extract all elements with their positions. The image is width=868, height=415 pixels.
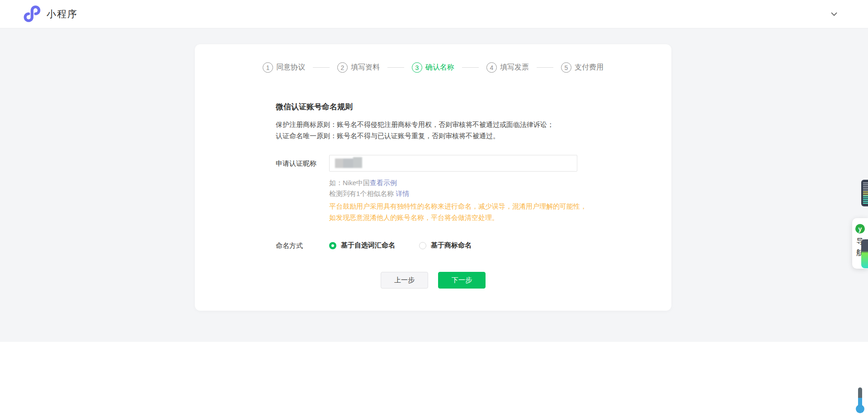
step-label: 支付费用 <box>575 63 604 72</box>
naming-method-options: 基于自选词汇命名 基于商标命名 <box>329 241 472 250</box>
similar-name-line: 检测到有1个相似名称 详情 <box>329 188 671 199</box>
nickname-row: 申请认证昵称 <box>276 155 671 172</box>
step-fill-invoice: 4 填写发票 <box>486 62 529 73</box>
step-number: 2 <box>337 62 348 73</box>
nickname-label: 申请认证昵称 <box>276 155 329 172</box>
step-separator <box>462 67 479 68</box>
similar-name-text: 检测到有1个相似名称 <box>329 190 396 197</box>
previous-step-button[interactable]: 上一步 <box>381 272 428 289</box>
step-number: 1 <box>263 62 273 73</box>
nav-widget-logo-icon: y <box>855 224 865 233</box>
step-label: 填写资料 <box>351 63 380 72</box>
view-example-link[interactable]: 查看示例 <box>370 179 397 187</box>
radio-trademark[interactable]: 基于商标命名 <box>419 241 472 250</box>
step-label: 确认名称 <box>425 63 454 72</box>
next-step-button[interactable]: 下一步 <box>438 272 486 289</box>
example-line: 如：Nike中国查看示例 <box>329 177 671 188</box>
chevron-down-icon[interactable] <box>830 11 838 17</box>
step-number: 3 <box>412 62 422 73</box>
naming-rules-section: 微信认证账号命名规则 保护注册商标原则：账号名不得侵犯注册商标专用权，否则审核将… <box>276 102 671 141</box>
redacted-nickname-value <box>335 159 362 168</box>
thermometer-fill <box>858 398 862 406</box>
naming-rule-line-2: 认证命名唯一原则：账号名不得与已认证账号重复，否则审核将不被通过。 <box>276 130 671 141</box>
top-header: 小程序 <box>0 0 868 28</box>
radio-selected-icon[interactable] <box>329 242 336 249</box>
radio-unselected-icon[interactable] <box>419 242 426 249</box>
radio-custom-words[interactable]: 基于自选词汇命名 <box>329 241 395 250</box>
step-separator <box>537 67 553 68</box>
wizard-buttons: 上一步 下一步 <box>195 272 671 289</box>
step-number: 4 <box>486 62 497 73</box>
naming-rule-line-1: 保护注册商标原则：账号名不得侵犯注册商标专用权，否则审核将不被通过或面临法律诉讼… <box>276 119 671 130</box>
minimap-yellow-stripes <box>863 191 868 196</box>
minimap-teal-stripes <box>863 196 868 204</box>
naming-rules-title: 微信认证账号命名规则 <box>276 102 671 112</box>
warning-line-2: 如发现恶意混淆他人的账号名称，平台将会做清空处理。 <box>329 212 671 223</box>
step-separator <box>387 67 404 68</box>
naming-method-label: 命名方式 <box>276 242 329 250</box>
thermometer-stem <box>858 387 862 406</box>
step-label: 填写发票 <box>500 63 529 72</box>
nickname-help-section: 如：Nike中国查看示例 检测到有1个相似名称 详情 平台鼓励用户采用具有独特性… <box>329 177 671 223</box>
step-number: 5 <box>561 62 571 73</box>
naming-method-row: 命名方式 基于自选词汇命名 基于商标命名 <box>276 241 671 250</box>
details-link[interactable]: 详情 <box>396 190 410 197</box>
thermometer-scroll-widget[interactable] <box>855 387 864 413</box>
minimap-grey-stripes <box>863 182 868 191</box>
warning-line-1: 平台鼓励用户采用具有独特性的名称来进行命名，减少误导，混淆用户理解的可能性， <box>329 201 671 212</box>
step-confirm-name-active: 3 确认名称 <box>412 62 454 73</box>
step-label: 同意协议 <box>276 63 305 72</box>
progress-stepper: 1 同意协议 2 填写资料 3 确认名称 4 填写发票 5 支付费用 <box>195 62 671 73</box>
example-prefix: 如：Nike中国 <box>329 179 370 187</box>
step-pay-fee: 5 支付费用 <box>561 62 604 73</box>
page-minimap-widget[interactable] <box>861 180 868 206</box>
certification-card: 1 同意协议 2 填写资料 3 确认名称 4 填写发票 5 支付费用 微信认证账… <box>195 44 671 311</box>
radio-label: 基于自选词汇命名 <box>341 241 395 250</box>
nickname-input[interactable] <box>329 155 577 172</box>
radio-label: 基于商标命名 <box>431 241 472 250</box>
step-agree-protocol: 1 同意协议 <box>263 62 305 73</box>
step-fill-info: 2 填写资料 <box>337 62 380 73</box>
gradient-scrollbar-widget[interactable] <box>861 239 868 268</box>
mini-program-logo-icon <box>22 5 41 23</box>
page-title: 小程序 <box>47 8 78 20</box>
step-separator <box>313 67 330 68</box>
